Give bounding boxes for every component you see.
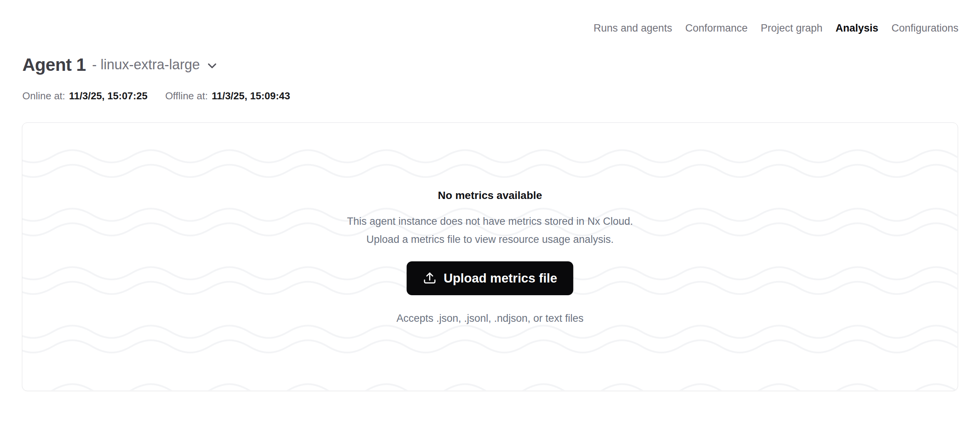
offline-time: Offline at: 11/3/25, 15:09:43 xyxy=(165,89,290,102)
wave-pattern-background xyxy=(22,123,957,390)
upload-button-label: Upload metrics file xyxy=(443,271,557,286)
nav-item-conformance[interactable]: Conformance xyxy=(685,22,748,34)
metrics-empty-state-card: No metrics available This agent instance… xyxy=(22,122,958,391)
agent-launch-template: - linux-extra-large xyxy=(92,53,200,76)
nav-item-configurations[interactable]: Configurations xyxy=(891,22,958,34)
nav-item-project-graph[interactable]: Project graph xyxy=(761,22,823,34)
online-time: Online at: 11/3/25, 15:07:25 xyxy=(22,89,147,102)
empty-state-description-line1: This agent instance does not have metric… xyxy=(22,214,958,228)
page-header: Agent 1 - linux-extra-large xyxy=(22,53,219,76)
online-label: Online at: xyxy=(22,89,65,102)
accepted-files-note: Accepts .json, .jsonl, .ndjson, or text … xyxy=(22,311,958,325)
chevron-down-icon[interactable] xyxy=(205,59,219,73)
top-navigation: Runs and agents Conformance Project grap… xyxy=(594,22,958,34)
nav-item-runs-and-agents[interactable]: Runs and agents xyxy=(594,22,672,34)
nav-item-analysis[interactable]: Analysis xyxy=(836,22,878,34)
page-title: Agent 1 xyxy=(22,53,86,76)
upload-icon xyxy=(423,271,436,285)
empty-state-description-line2: Upload a metrics file to view resource u… xyxy=(22,232,958,246)
upload-metrics-file-button[interactable]: Upload metrics file xyxy=(406,261,573,295)
agent-times: Online at: 11/3/25, 15:07:25 Offline at:… xyxy=(22,89,290,102)
online-value: 11/3/25, 15:07:25 xyxy=(69,89,147,102)
agent-selector[interactable]: - linux-extra-large xyxy=(92,53,219,76)
offline-label: Offline at: xyxy=(165,89,208,102)
offline-value: 11/3/25, 15:09:43 xyxy=(212,89,290,102)
empty-state-title: No metrics available xyxy=(22,189,958,202)
